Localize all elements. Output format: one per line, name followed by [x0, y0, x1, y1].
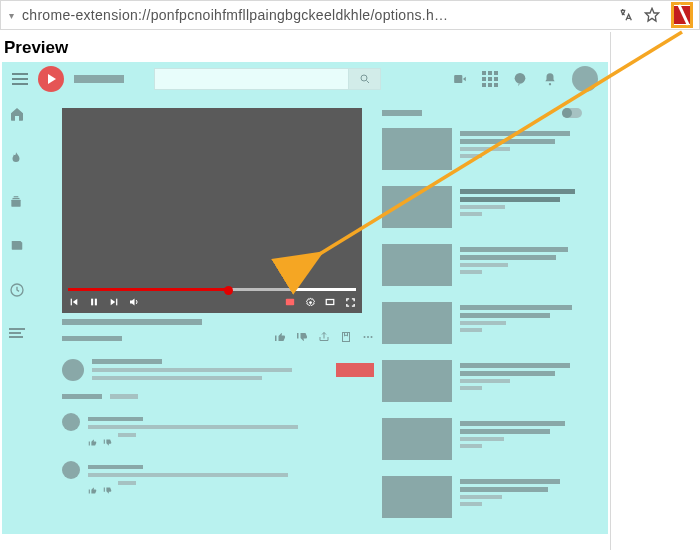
dropdown-caret[interactable]: ▾ [9, 10, 14, 21]
topbar [2, 62, 608, 96]
youtube-preview-frame [2, 62, 608, 534]
avatar[interactable] [572, 66, 598, 92]
comments-label [62, 394, 102, 399]
svg-rect-10 [71, 299, 72, 306]
comment-avatar[interactable] [62, 413, 80, 431]
extension-icon [674, 6, 690, 24]
video-player[interactable] [62, 108, 362, 313]
side-item[interactable] [382, 476, 582, 518]
autoplay-toggle[interactable] [562, 108, 582, 118]
svg-rect-11 [91, 299, 93, 306]
prev-icon[interactable] [68, 296, 80, 308]
svg-point-1 [361, 75, 367, 81]
side-item[interactable] [382, 186, 582, 228]
side-item[interactable] [382, 418, 582, 460]
svg-rect-6 [11, 200, 20, 207]
save-icon[interactable] [340, 329, 352, 347]
history-icon[interactable] [9, 282, 25, 298]
main-column [62, 108, 374, 499]
svg-rect-12 [95, 299, 97, 306]
side-item[interactable] [382, 244, 582, 286]
fullscreen-icon[interactable] [344, 296, 356, 308]
channel-name [92, 359, 162, 364]
side-item[interactable] [382, 360, 582, 402]
dislike-icon[interactable] [296, 329, 308, 347]
address-bar: ▾ chrome-extension://ponfpcnoihfmfllpain… [0, 0, 700, 30]
right-gutter [610, 32, 700, 550]
subscriptions-icon[interactable] [9, 194, 25, 210]
library-icon[interactable] [9, 238, 25, 254]
menu-icon[interactable] [12, 73, 28, 85]
side-item[interactable] [382, 128, 582, 170]
translate-icon[interactable] [617, 6, 635, 24]
comment-2 [62, 461, 374, 499]
comment-author [88, 465, 143, 469]
bell-icon[interactable] [542, 71, 558, 87]
cc-icon[interactable] [284, 296, 296, 308]
preview-heading: Preview [2, 32, 610, 62]
volume-icon[interactable] [128, 296, 140, 308]
svg-rect-13 [116, 299, 117, 306]
video-views [62, 336, 122, 341]
search-wrap [154, 68, 381, 90]
theater-icon[interactable] [324, 296, 336, 308]
c-like-icon[interactable] [88, 433, 97, 451]
svg-point-19 [367, 336, 369, 338]
search-input[interactable] [154, 68, 349, 90]
svg-line-2 [366, 81, 369, 84]
c-like-icon[interactable] [88, 481, 97, 499]
home-icon[interactable] [9, 106, 25, 122]
channel-avatar[interactable] [62, 359, 84, 381]
subscribe-button[interactable] [336, 363, 374, 377]
comment-text [88, 473, 288, 477]
apps-icon[interactable] [482, 71, 498, 87]
svg-rect-3 [454, 75, 462, 83]
svg-rect-8 [14, 196, 19, 197]
star-icon[interactable] [643, 6, 661, 24]
brand-text [74, 75, 124, 83]
video-title [62, 319, 202, 325]
messages-icon[interactable] [512, 71, 528, 87]
sort-label[interactable] [110, 394, 138, 399]
reply-label[interactable] [118, 481, 136, 485]
side-item[interactable] [382, 302, 582, 344]
svg-rect-7 [13, 198, 20, 199]
upnext-label [382, 110, 422, 116]
channel-desc-1 [92, 368, 292, 372]
comment-author [88, 417, 143, 421]
up-next-list [382, 108, 582, 534]
svg-point-5 [549, 83, 551, 85]
left-sidebar [2, 106, 32, 342]
svg-rect-16 [326, 300, 334, 305]
reply-label[interactable] [118, 433, 136, 437]
more-icon[interactable] [9, 326, 25, 342]
create-icon[interactable] [452, 71, 468, 87]
settings-icon[interactable] [304, 296, 316, 308]
next-icon[interactable] [108, 296, 120, 308]
svg-point-4 [515, 73, 526, 84]
svg-point-18 [364, 336, 366, 338]
svg-marker-0 [645, 8, 658, 21]
svg-point-15 [309, 301, 312, 304]
comment-1 [62, 413, 374, 451]
like-icon[interactable] [274, 329, 286, 347]
logo[interactable] [38, 66, 64, 92]
share-icon[interactable] [318, 329, 330, 347]
channel-desc-2 [92, 376, 262, 380]
c-dislike-icon[interactable] [103, 481, 112, 499]
svg-point-20 [371, 336, 373, 338]
comment-text [88, 425, 298, 429]
search-button[interactable] [349, 68, 381, 90]
address-url[interactable]: chrome-extension://ponfpcnoihfmfllpaingb… [22, 7, 452, 23]
extension-icon-highlighted[interactable] [671, 2, 693, 28]
player-controls [68, 294, 356, 310]
svg-rect-17 [343, 333, 350, 342]
comment-avatar[interactable] [62, 461, 80, 479]
more-horiz-icon[interactable] [362, 329, 374, 347]
trending-icon[interactable] [9, 150, 25, 166]
timeline[interactable] [68, 288, 356, 291]
channel-row [62, 355, 374, 384]
pause-icon[interactable] [88, 296, 100, 308]
svg-rect-14 [286, 299, 294, 306]
c-dislike-icon[interactable] [103, 433, 112, 451]
